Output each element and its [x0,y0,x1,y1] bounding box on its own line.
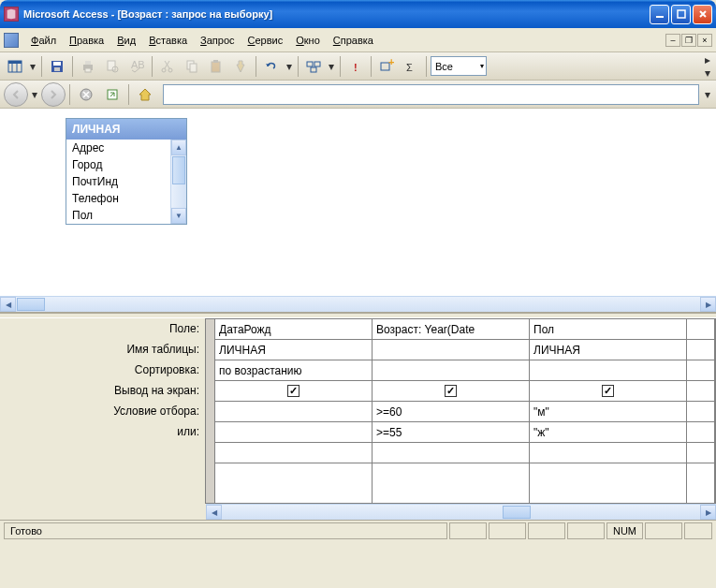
cell-criteria[interactable] [215,402,372,422]
nav-overflow-icon[interactable]: ▾ [703,88,712,101]
cell-blank[interactable] [687,340,714,360]
cell-or[interactable] [215,422,372,443]
list-item[interactable]: Город [66,156,186,173]
minimize-button[interactable] [650,5,669,24]
cell-field[interactable]: Возраст: Year(Date [373,319,529,340]
nav-back-dropdown-icon[interactable]: ▾ [30,88,39,101]
cell-blank[interactable] [687,402,714,422]
scroll-thumb[interactable] [17,298,45,311]
scroll-thumb[interactable] [503,506,531,519]
list-item[interactable]: Пол [66,207,186,224]
cell-blank[interactable] [687,422,714,443]
paste-button[interactable] [205,55,227,78]
cell-blank[interactable] [687,443,714,463]
mdi-close-button[interactable]: × [697,34,712,47]
cell-sort[interactable]: по возрастанию [215,360,372,381]
undo-button[interactable] [260,55,283,78]
menu-window[interactable]: Окно [289,32,327,49]
format-painter-button[interactable] [229,55,252,78]
list-item[interactable]: Телефон [66,190,186,207]
cell-blank[interactable] [373,443,529,463]
show-table-button[interactable]: + [375,55,398,78]
cell-or[interactable]: "ж" [530,422,686,443]
copy-button[interactable] [181,55,203,78]
spelling-button[interactable]: ABC [125,55,148,78]
cell-field[interactable]: Пол [530,319,686,340]
field-list-scrollbar[interactable]: ▲ ▼ [170,140,186,224]
scroll-thumb[interactable] [172,156,185,184]
nav-address-input[interactable] [163,84,699,105]
cell-show[interactable]: ✓ [530,381,686,402]
checkbox-checked-icon[interactable]: ✓ [445,385,457,397]
menu-service[interactable]: Сервис [241,32,290,49]
maximize-button[interactable] [671,5,691,24]
nav-forward-button[interactable] [41,82,66,107]
cell-table[interactable]: ЛИЧНАЯ [530,340,686,360]
mdi-system-icon[interactable] [4,33,19,48]
print-button[interactable] [77,55,99,78]
top-values-combo[interactable]: Все ▾ [431,56,487,76]
table-field-list[interactable]: ЛИЧНАЯ Адрес Город ПочтИнд Телефон Пол ▲… [66,118,187,225]
svg-rect-21 [307,62,313,66]
mdi-restore-button[interactable]: ❐ [681,34,696,47]
nav-stop-button[interactable] [74,82,98,107]
list-item[interactable]: Адрес [66,140,186,156]
grid-row-headers: Поле: Имя таблицы: Сортировка: Вывод на … [0,318,205,504]
view-button[interactable] [4,55,26,78]
close-button[interactable] [693,5,712,24]
query-type-dropdown-icon[interactable]: ▾ [327,60,336,73]
query-type-button[interactable] [302,55,325,78]
view-dropdown-icon[interactable]: ▾ [28,60,37,73]
scroll-up-icon[interactable]: ▲ [171,140,186,155]
menu-file[interactable]: Файл [24,32,63,49]
undo-dropdown-icon[interactable]: ▾ [285,60,294,73]
checkbox-checked-icon[interactable]: ✓ [602,385,614,397]
scroll-left-icon[interactable]: ◀ [0,297,16,312]
cut-button[interactable] [156,55,179,78]
table-field-list-title[interactable]: ЛИЧНАЯ [66,119,186,140]
svg-rect-23 [311,67,316,72]
menu-edit[interactable]: Правка [63,32,110,49]
pane-splitter[interactable] [0,312,716,318]
navigation-toolbar: ▾ ▾ [0,81,716,109]
cell-show[interactable]: ✓ [215,381,372,402]
nav-home-button[interactable] [133,82,157,107]
row-header-show: Вывод на экран: [0,380,205,401]
cell-show[interactable]: ✓ [373,381,529,402]
menu-view[interactable]: Вид [110,32,142,49]
print-preview-button[interactable] [101,55,124,78]
menu-query[interactable]: Запрос [194,32,241,49]
cell-sort[interactable] [373,360,529,381]
cell-criteria[interactable]: "м" [530,402,686,422]
cell-or[interactable]: >=55 [373,422,529,443]
totals-button[interactable]: Σ [400,55,422,78]
grid-hscroll[interactable]: ◀ ▶ [206,504,716,520]
mdi-minimize-button[interactable]: – [665,34,680,47]
nav-back-button[interactable] [4,82,28,107]
toolbar-overflow-icon[interactable]: ▸▾ [703,53,712,80]
run-button[interactable]: ! [344,55,367,78]
nav-refresh-button[interactable] [100,82,124,107]
cell-blank[interactable] [687,319,714,340]
scroll-right-icon[interactable]: ▶ [700,297,716,312]
menu-insert[interactable]: Вставка [142,32,194,49]
cell-blank[interactable] [687,360,714,381]
cell-sort[interactable] [530,360,686,381]
cell-blank[interactable] [215,443,372,463]
scroll-right-icon[interactable]: ▶ [700,505,716,520]
upper-pane-hscroll[interactable]: ◀ ▶ [0,296,716,312]
cell-field[interactable]: ДатаРожд [215,319,372,340]
cell-blank[interactable] [687,381,714,402]
cell-table[interactable] [373,340,529,360]
list-item[interactable]: ПочтИнд [66,173,186,190]
cell-table[interactable]: ЛИЧНАЯ [215,340,372,360]
checkbox-checked-icon[interactable]: ✓ [287,385,300,397]
save-button[interactable] [46,55,68,78]
scroll-left-icon[interactable]: ◀ [206,505,222,520]
query-design-upper-pane[interactable]: ЛИЧНАЯ Адрес Город ПочтИнд Телефон Пол ▲… [0,109,716,296]
grid-row-selector[interactable] [206,319,215,503]
menu-help[interactable]: Справка [327,32,380,49]
cell-criteria[interactable]: >=60 [373,402,529,422]
cell-blank[interactable] [530,443,686,463]
scroll-down-icon[interactable]: ▼ [171,208,186,224]
